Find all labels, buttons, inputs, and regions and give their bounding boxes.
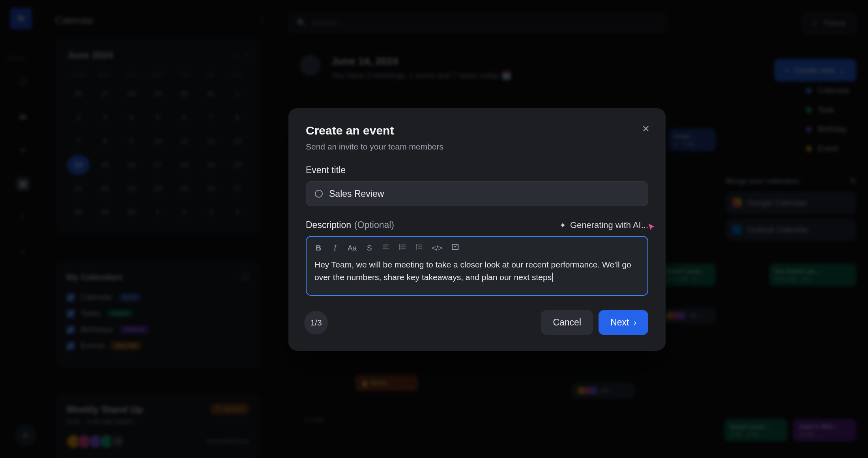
cursor-icon: [647, 223, 656, 234]
editor-toolbar: B I Aa S 123 </>: [314, 243, 640, 253]
step-indicator: 1/3: [304, 311, 328, 335]
strike-button[interactable]: S: [365, 244, 373, 252]
modal-title: Create an event: [306, 124, 648, 137]
next-button[interactable]: Next ›: [599, 310, 648, 335]
embed-button[interactable]: [451, 243, 459, 253]
bullet-list-button[interactable]: [398, 243, 406, 253]
svg-point-2: [400, 249, 400, 249]
close-button[interactable]: [640, 122, 652, 135]
create-event-modal: Create an event Send an invite to your t…: [288, 108, 666, 351]
optional-label: (Optional): [354, 220, 394, 230]
svg-text:3: 3: [416, 248, 417, 250]
modal-subtitle: Send an invite to your team members: [306, 142, 648, 151]
event-title-label: Event title: [306, 165, 648, 176]
bold-button[interactable]: B: [314, 244, 322, 252]
align-button[interactable]: [382, 243, 390, 253]
event-title-input[interactable]: Sales Review: [306, 181, 648, 206]
cancel-button[interactable]: Cancel: [541, 310, 593, 335]
description-label: Description: [306, 220, 351, 230]
event-title-value: Sales Review: [329, 189, 384, 199]
circle-icon: [315, 190, 323, 198]
code-button[interactable]: </>: [432, 244, 442, 252]
ordered-list-button[interactable]: 123: [415, 243, 423, 253]
svg-point-1: [400, 247, 400, 247]
italic-button[interactable]: I: [331, 244, 339, 252]
generating-ai-status: ✦ Generating with AI...: [559, 220, 648, 230]
case-button[interactable]: Aa: [348, 244, 357, 252]
description-editor[interactable]: B I Aa S 123 </> Hey Team, we will be me…: [306, 236, 648, 296]
chevron-right-icon: ›: [634, 318, 636, 327]
editor-body[interactable]: Hey Team, we will be meeting to take a c…: [314, 258, 640, 283]
sparkle-icon: ✦: [559, 221, 566, 230]
svg-point-0: [400, 245, 400, 245]
